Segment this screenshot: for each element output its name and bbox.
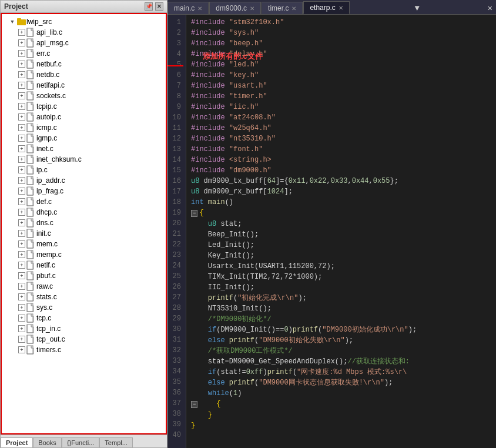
tree-file-item[interactable]: + timers.c (17, 345, 166, 355)
tree-file-item[interactable]: + sys.c (17, 302, 166, 313)
tree-file-item[interactable]: + netifapi.c (17, 80, 166, 91)
tab-timer-c[interactable]: timer.c ✕ (262, 2, 303, 14)
tree-file-item[interactable]: + raw.c (17, 281, 166, 292)
file-expander[interactable]: + (18, 336, 25, 343)
tree-file-item[interactable]: + netdb.c (17, 69, 166, 80)
code-line: printf("初始化完成\r\n"); (191, 293, 491, 303)
tab-nav-dropdown[interactable]: ▼ (411, 2, 423, 14)
code-area[interactable]: 1234567891011121314151617181920212223242… (167, 15, 496, 448)
tab-dm9000-c[interactable]: dm9000.c ✕ (209, 2, 261, 14)
tab-main-c-label: main.c (174, 4, 195, 12)
tree-file-item[interactable]: + autoip.c (17, 112, 166, 122)
folder-icon (17, 18, 26, 26)
tab-etharp-c-close[interactable]: ✕ (339, 5, 343, 11)
tree-file-item[interactable]: + api_lib.c (17, 27, 166, 38)
tree-file-item[interactable]: + netif.c (17, 260, 166, 270)
file-expander[interactable]: + (18, 283, 25, 290)
file-expander[interactable]: + (18, 325, 25, 332)
file-expander[interactable]: + (18, 103, 25, 110)
tree-file-item[interactable]: + tcp.c (17, 313, 166, 323)
file-expander[interactable]: + (18, 188, 25, 195)
fold-icon[interactable]: − (191, 401, 197, 408)
root-folder-label: lwip_src (26, 18, 52, 26)
folder-expander[interactable]: ▼ (8, 17, 17, 26)
file-expander[interactable]: + (18, 230, 25, 237)
tree-file-item[interactable]: + ip.c (17, 165, 166, 175)
file-expander[interactable]: + (18, 92, 25, 99)
tree-file-item[interactable]: + pbuf.c (17, 270, 166, 281)
code-line: #include "timer.h" (191, 91, 491, 102)
file-icon (26, 38, 35, 48)
tree-file-item[interactable]: + dns.c (17, 218, 166, 228)
tab-main-c-close[interactable]: ✕ (197, 5, 202, 12)
file-expander[interactable]: + (18, 262, 25, 269)
tree-file-item[interactable]: + def.c (17, 196, 166, 207)
file-expander[interactable]: + (18, 145, 25, 152)
tab-main-c[interactable]: main.c ✕ (167, 2, 209, 14)
file-expander[interactable]: + (18, 240, 25, 248)
tree-file-item[interactable]: + init.c (17, 228, 166, 239)
file-expander[interactable]: + (18, 198, 25, 205)
code-line: if(stat!=0xff)printf("网卡速度:%d Mbps 模式:%s… (191, 367, 491, 377)
file-expander[interactable]: + (18, 166, 25, 173)
tree-file-item[interactable]: + api_msg.c (17, 38, 166, 48)
pin-button[interactable]: 📌 (145, 2, 153, 11)
tree-file-item[interactable]: + tcpip.c (17, 101, 166, 112)
tree-file-item[interactable]: + mem.c (17, 239, 166, 249)
tab-timer-c-close[interactable]: ✕ (291, 5, 296, 12)
tree-file-item[interactable]: + inet.c (17, 143, 166, 154)
tree-file-item[interactable]: + stats.c (17, 292, 166, 302)
tree-file-item[interactable]: + icmp.c (17, 122, 166, 133)
file-expander[interactable]: + (18, 209, 25, 216)
code-line (191, 431, 491, 442)
file-expander[interactable]: + (18, 251, 25, 258)
file-expander[interactable]: + (18, 293, 25, 300)
code-line: else printf("DM9000初始化失败\r\n"); (191, 335, 491, 346)
close-panel-button[interactable]: ✕ (155, 2, 163, 11)
file-expander[interactable]: + (18, 113, 25, 121)
file-expander[interactable]: + (18, 346, 25, 353)
tree-file-item[interactable]: + tcp_out.c (17, 334, 166, 345)
file-expander[interactable]: + (18, 315, 25, 322)
tree-file-item[interactable]: + tcp_in.c (17, 323, 166, 334)
tab-project[interactable]: Project (1, 437, 33, 447)
tree-file-item[interactable]: + ip_frag.c (17, 186, 166, 196)
file-expander[interactable]: + (18, 50, 25, 57)
file-expander[interactable]: + (18, 71, 25, 78)
tab-functi[interactable]: {}Functi... (62, 437, 99, 447)
file-expander[interactable]: + (18, 39, 25, 46)
code-content[interactable]: #include "stm32f10x.h"#include "sys.h"#i… (186, 15, 496, 448)
tree-file-item[interactable]: + netbuf.c (17, 59, 166, 69)
code-line: − { (191, 399, 491, 410)
file-expander[interactable]: + (18, 156, 25, 163)
tab-dm9000-c-close[interactable]: ✕ (250, 5, 254, 12)
file-expander[interactable]: + (18, 124, 25, 131)
tree-file-item[interactable]: + err.c (17, 48, 166, 59)
file-expander[interactable]: + (18, 272, 25, 279)
code-line: u8 dm9000_tx_buff[64]={0x11,0x22,0x33,0x… (191, 176, 491, 186)
tree-file-item[interactable]: + dhcp.c (17, 207, 166, 218)
code-line: #include "usart.h" (191, 81, 491, 91)
tab-nav-close[interactable]: ✕ (484, 2, 496, 14)
tree-folder-item[interactable]: ▼ lwip_src (6, 16, 166, 27)
tree-file-item[interactable]: + sockets.c (17, 91, 166, 101)
file-expander[interactable]: + (18, 177, 25, 184)
tree-file-item[interactable]: + ip_addr.c (17, 175, 166, 186)
tab-books[interactable]: Books (33, 437, 62, 447)
file-label: netif.c (36, 261, 55, 269)
code-line: if(DM9000_Init()==0)printf("DM9000初始化成功\… (191, 325, 491, 335)
file-expander[interactable]: + (18, 82, 25, 89)
tree-file-item[interactable]: + memp.c (17, 249, 166, 260)
tab-etharp-c[interactable]: etharp.c ✕ (303, 1, 349, 14)
file-expander[interactable]: + (18, 61, 25, 68)
fold-icon[interactable]: − (191, 210, 197, 217)
tree-file-item[interactable]: + igmp.c (17, 133, 166, 143)
code-line: #include "key.h" (191, 70, 491, 81)
tab-templ[interactable]: Templ... (99, 437, 133, 447)
tree-file-item[interactable]: + inet_chksum.c (17, 154, 166, 165)
line-number: 2 (170, 28, 181, 38)
file-expander[interactable]: + (18, 304, 25, 311)
file-expander[interactable]: + (18, 135, 25, 142)
file-expander[interactable]: + (18, 219, 25, 226)
file-expander[interactable]: + (18, 29, 25, 36)
